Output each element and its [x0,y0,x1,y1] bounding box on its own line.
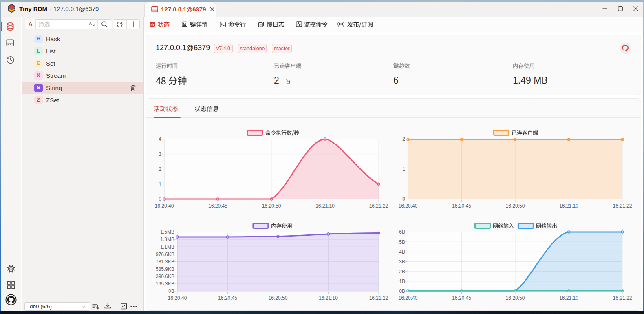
svg-text:5B: 5B [399,239,405,245]
svg-text:16:20:40: 16:20:40 [155,203,174,209]
svg-text:4B: 4B [399,249,405,255]
svg-text:16:20:40: 16:20:40 [399,203,418,209]
svg-text:16:21:10: 16:21:10 [319,295,338,301]
svg-text:16:20:45: 16:20:45 [452,203,471,209]
svg-text:3: 3 [159,151,161,157]
svg-text:16:21:10: 16:21:10 [315,203,335,209]
svg-text:2: 2 [402,136,405,142]
svg-text:1.3MB: 1.3MB [160,237,174,242]
svg-text:1.1MB: 1.1MB [160,244,174,250]
svg-text:16:20:45: 16:20:45 [218,295,237,301]
svg-text:195.3KB: 195.3KB [156,281,174,287]
svg-text:3B: 3B [399,259,405,265]
svg-text:16:20:50: 16:20:50 [506,203,525,209]
svg-text:16:21:22: 16:21:22 [613,295,632,301]
svg-text:781.3KB: 781.3KB [156,259,174,265]
svg-text:16:21:22: 16:21:22 [369,203,388,209]
svg-text:976.6KB: 976.6KB [156,252,174,257]
svg-text:16:20:50: 16:20:50 [269,295,288,301]
svg-text:16:20:40: 16:20:40 [168,295,187,301]
svg-text:16:20:45: 16:20:45 [208,203,227,209]
svg-text:4: 4 [159,136,161,142]
svg-text:16:21:10: 16:21:10 [559,203,578,209]
svg-text:2B: 2B [399,269,405,274]
svg-text:16:20:40: 16:20:40 [399,295,418,301]
svg-text:16:20:50: 16:20:50 [262,203,281,209]
svg-text:16:20:45: 16:20:45 [452,295,471,301]
svg-text:0B: 0B [399,288,405,294]
svg-text:585.9KB: 585.9KB [156,266,174,272]
svg-text:0: 0 [402,196,405,202]
svg-text:16:21:22: 16:21:22 [613,203,632,209]
svg-text:1B: 1B [399,279,405,284]
svg-text:1: 1 [402,166,405,172]
svg-text:16:21:10: 16:21:10 [559,295,578,301]
svg-text:16:20:50: 16:20:50 [506,295,525,301]
svg-text:6B: 6B [399,229,405,235]
svg-text:1.5MB: 1.5MB [160,229,174,235]
svg-text:16:21:22: 16:21:22 [369,295,388,301]
svg-text:2: 2 [159,166,161,172]
svg-text:0: 0 [159,196,161,202]
svg-text:1: 1 [159,181,161,187]
svg-text:0B: 0B [168,288,174,294]
svg-text:390.6KB: 390.6KB [156,274,174,279]
